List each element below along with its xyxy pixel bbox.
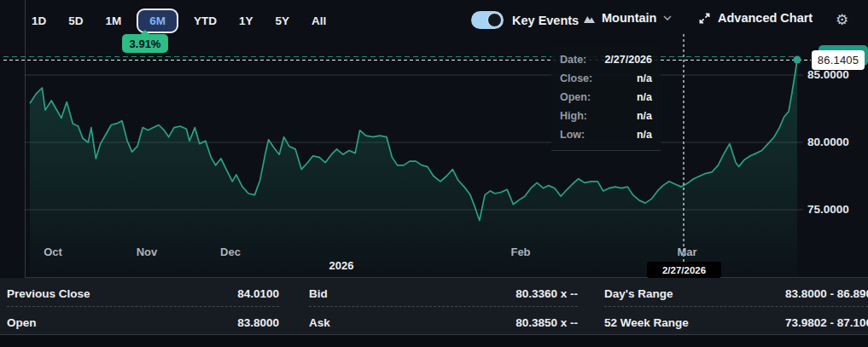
y-axis-label-75: 75.0000	[807, 203, 849, 216]
stats-divider	[7, 306, 279, 307]
tooltip-value: n/a	[637, 69, 652, 88]
crosshair-date-badge: 2/27/2026	[647, 262, 721, 278]
x-axis-label-mar: Mar	[677, 246, 696, 258]
stat-value-previous-close: 84.0100	[137, 287, 279, 300]
expand-arrows-icon	[698, 12, 711, 25]
range-button-all[interactable]: All	[312, 14, 326, 27]
tooltip-label: High:	[560, 107, 587, 125]
range-button-ytd[interactable]: YTD	[194, 14, 217, 27]
stat-value-open: 83.8000	[137, 316, 279, 329]
range-button-5y[interactable]: 5Y	[276, 14, 290, 27]
mountain-icon	[583, 13, 596, 24]
quote-stats-section: Previous Close 84.0100 Bid 80.3360 x -- …	[0, 278, 868, 334]
chart-tooltip: Date: 2/27/2026 Close: n/a Open: n/a Hig…	[551, 46, 661, 151]
x-axis-label-nov: Nov	[137, 246, 158, 258]
stat-value-days-range: 83.8000 - 86.890	[730, 287, 868, 300]
percent-change-badge: 3.91%	[122, 34, 168, 53]
y-axis-label-80: 80.0000	[807, 136, 849, 148]
tooltip-row-date: Date: 2/27/2026	[560, 50, 652, 69]
chevron-down-icon	[662, 14, 673, 21]
tooltip-label: Close:	[560, 69, 592, 88]
tooltip-label: Open:	[560, 88, 591, 107]
tooltip-value: n/a	[637, 125, 652, 144]
crosshair-price-badge: 86.1405	[812, 50, 865, 70]
tooltip-row-open: Open: n/a	[560, 88, 652, 107]
key-events-control: Key Events	[471, 11, 579, 29]
range-button-1d[interactable]: 1D	[32, 14, 46, 27]
range-toolbar: 1D 5D 1M 6M YTD 1Y 5Y All	[32, 0, 326, 41]
tooltip-label: Date:	[560, 50, 586, 69]
stat-label-open: Open	[7, 316, 37, 329]
stock-chart-app: 85.0000 80.0000 75.0000 Oct Nov Dec 2026…	[0, 0, 868, 347]
toggle-knob	[487, 13, 502, 27]
stats-divider	[309, 306, 578, 307]
x-axis-label-dec: Dec	[220, 246, 241, 258]
y-axis-label-85: 85.0000	[807, 68, 849, 81]
stat-value-ask: 80.3850 x --	[427, 316, 578, 329]
stat-label-ask: Ask	[309, 316, 330, 329]
stats-divider	[604, 306, 868, 307]
last-price-dot	[794, 56, 801, 64]
tooltip-value: n/a	[637, 107, 652, 125]
range-button-1m[interactable]: 1M	[106, 14, 122, 27]
x-axis-label-oct: Oct	[44, 246, 62, 258]
stat-value-52-week-range: 73.9802 - 87.106	[730, 316, 868, 329]
tooltip-row-low: Low: n/a	[560, 125, 652, 144]
gear-icon[interactable]: ⚙	[836, 11, 848, 30]
range-button-5d[interactable]: 5D	[68, 14, 83, 27]
tooltip-value: n/a	[637, 88, 652, 107]
advanced-chart-label: Advanced Chart	[718, 11, 813, 25]
stat-label-days-range: Day's Range	[604, 287, 673, 300]
key-events-toggle[interactable]	[471, 11, 504, 29]
range-button-1y[interactable]: 1Y	[239, 14, 253, 27]
stat-label-52-week-range: 52 Week Range	[604, 316, 689, 329]
chart-type-dropdown[interactable]: Mountain	[583, 11, 673, 25]
stat-label-bid: Bid	[309, 287, 328, 300]
tooltip-label: Low:	[560, 125, 585, 144]
chart-type-label: Mountain	[602, 11, 656, 25]
tooltip-row-high: High: n/a	[560, 107, 652, 125]
tooltip-value: 2/27/2026	[604, 50, 652, 69]
x-axis-label-feb: Feb	[510, 246, 530, 258]
advanced-chart-button[interactable]: Advanced Chart	[698, 11, 813, 25]
key-events-label: Key Events	[512, 14, 579, 27]
tooltip-row-close: Close: n/a	[560, 69, 652, 88]
x-axis-label-2026: 2026	[329, 259, 354, 272]
bottom-strip	[0, 335, 868, 347]
stat-label-previous-close: Previous Close	[7, 287, 90, 300]
price-area-fill	[30, 60, 797, 277]
stat-value-bid: 80.3360 x --	[427, 287, 578, 300]
